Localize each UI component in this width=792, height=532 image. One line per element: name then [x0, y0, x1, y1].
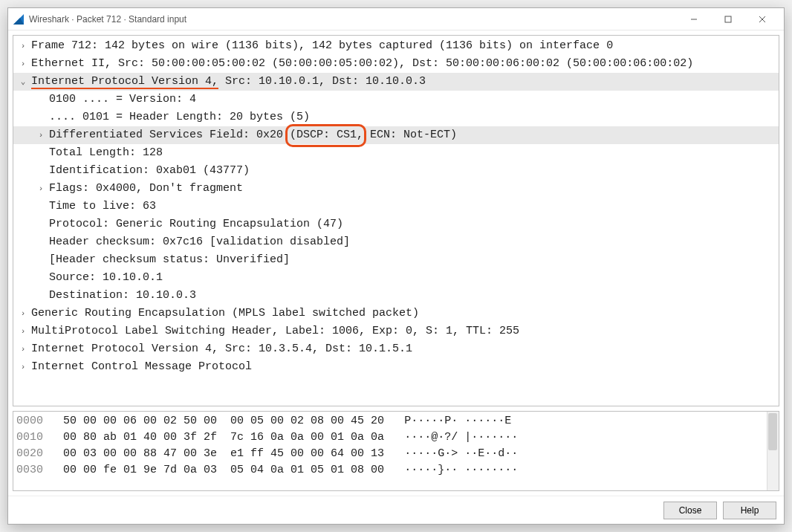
hex-ascii: P·····P· ······E: [404, 415, 518, 427]
tree-row-ip-totlen[interactable]: · Total Length: 128: [13, 144, 779, 162]
content-area: › Frame 712: 142 bytes on wire (1136 bit…: [8, 30, 784, 524]
tree-label: Internet Control Message Protocol: [31, 359, 252, 375]
tree-row-ethernet[interactable]: › Ethernet II, Src: 50:00:00:05:00:02 (5…: [13, 55, 779, 73]
tree-row-ip-checksum[interactable]: · Header checksum: 0x7c16 [validation di…: [13, 233, 779, 251]
tree-label: Time to live: 63: [49, 198, 156, 215]
window-controls: [677, 9, 779, 30]
hex-ascii: ····@·?/ |·······: [404, 431, 518, 444]
hex-ascii: ·····G·> ··E··d··: [404, 447, 518, 460]
expand-icon[interactable]: ›: [18, 305, 28, 322]
annotation-underline: Internet Protocol Version 4,: [31, 75, 218, 89]
tree-label: Flags: 0x4000, Don't fragment: [49, 181, 243, 197]
tree-label: Header checksum: 0x7c16 [validation disa…: [49, 234, 350, 250]
tree-row-mpls[interactable]: › MultiProtocol Label Switching Header, …: [13, 322, 779, 340]
annotation-circle: (DSCP: CS1,: [290, 127, 363, 143]
tree-row-ip-version[interactable]: · 0100 .... = Version: 4: [13, 91, 779, 108]
tree-row-ip-proto[interactable]: · Protocol: Generic Routing Encapsulatio…: [13, 215, 779, 233]
window-frame: Wireshark · Packet 712 · Standard input …: [7, 7, 785, 525]
window-title: Wireshark · Packet 712 · Standard input: [29, 14, 677, 25]
hex-ascii: ·····}·· ········: [404, 464, 518, 476]
scrollbar[interactable]: [767, 412, 779, 490]
hex-offset: 0020: [16, 447, 43, 460]
tree-row-ip-dsfield[interactable]: › Differentiated Services Field: 0x20 (D…: [13, 126, 779, 144]
help-button[interactable]: Help: [723, 502, 776, 519]
tree-label: [Header checksum status: Unverified]: [49, 252, 290, 268]
tree-label: Source: 10.10.0.1: [49, 270, 163, 286]
maximize-button[interactable]: [711, 9, 745, 30]
hex-row[interactable]: 0000 50 00 00 06 00 02 50 00 00 05 00 02…: [16, 413, 776, 429]
hex-row[interactable]: 0020 00 03 00 00 88 47 00 3e e1 ff 45 00…: [16, 446, 776, 462]
tree-row-ipv4-outer[interactable]: ⌄ Internet Protocol Version 4, Src: 10.1…: [13, 73, 779, 91]
tree-label: Identification: 0xab01 (43777): [49, 163, 250, 179]
hex-bytes: 00 80 ab 01 40 00 3f 2f 7c 16 0a 0a 00 0…: [63, 431, 384, 444]
tree-row-gre[interactable]: › Generic Routing Encapsulation (MPLS la…: [13, 305, 779, 322]
hex-row[interactable]: 0010 00 80 ab 01 40 00 3f 2f 7c 16 0a 0a…: [16, 429, 776, 446]
expand-icon[interactable]: ›: [18, 38, 28, 54]
tree-row-icmp[interactable]: › Internet Control Message Protocol: [13, 358, 779, 376]
tree-label: MultiProtocol Label Switching Header, La…: [31, 323, 519, 340]
hex-offset: 0030: [16, 464, 43, 476]
tree-label: Internet Protocol Version 4, Src: 10.3.5…: [31, 341, 412, 357]
tree-label: Generic Routing Encapsulation (MPLS labe…: [31, 305, 419, 322]
hex-bytes: 50 00 00 06 00 02 50 00 00 05 00 02 08 0…: [63, 415, 384, 427]
hex-bytes: 00 03 00 00 88 47 00 3e e1 ff 45 00 00 6…: [63, 447, 384, 460]
hex-bytes: 00 00 fe 01 9e 7d 0a 03 05 04 0a 01 05 0…: [63, 464, 384, 476]
expand-icon[interactable]: ›: [18, 323, 28, 340]
tree-label: Ethernet II, Src: 50:00:00:05:00:02 (50:…: [31, 56, 693, 72]
tree-row-frame[interactable]: › Frame 712: 142 bytes on wire (1136 bit…: [13, 37, 779, 55]
expand-icon[interactable]: ›: [36, 127, 46, 143]
expand-icon[interactable]: ›: [18, 56, 28, 72]
tree-label: Total Length: 128: [49, 145, 163, 161]
tree-row-ipv4-inner[interactable]: › Internet Protocol Version 4, Src: 10.3…: [13, 340, 779, 358]
tree-row-ip-id[interactable]: · Identification: 0xab01 (43777): [13, 162, 779, 180]
tree-label: Differentiated Services Field: 0x20 (DSC…: [49, 127, 457, 143]
hex-row[interactable]: 0030 00 00 fe 01 9e 7d 0a 03 05 04 0a 01…: [16, 462, 776, 479]
titlebar[interactable]: Wireshark · Packet 712 · Standard input: [8, 8, 784, 30]
svg-rect-3: [725, 16, 731, 22]
hex-offset: 0010: [16, 431, 43, 444]
tree-row-ip-flags[interactable]: › Flags: 0x4000, Don't fragment: [13, 180, 779, 198]
collapse-icon[interactable]: ⌄: [18, 74, 28, 90]
expand-icon[interactable]: ›: [18, 341, 28, 357]
window-close-button[interactable]: [745, 9, 779, 30]
packet-bytes-pane[interactable]: 0000 50 00 00 06 00 02 50 00 00 05 00 02…: [13, 411, 779, 491]
expand-icon[interactable]: ›: [18, 359, 28, 375]
tree-label: Protocol: Generic Routing Encapsulation …: [49, 216, 343, 233]
scrollbar-thumb[interactable]: [768, 413, 777, 450]
hex-offset: 0000: [16, 415, 43, 427]
tree-label: .... 0101 = Header Length: 20 bytes (5): [49, 109, 310, 126]
tree-label: Internet Protocol Version 4, Src: 10.10.…: [31, 74, 426, 90]
dialog-button-bar: Close Help: [8, 496, 784, 524]
packet-details-tree[interactable]: › Frame 712: 142 bytes on wire (1136 bit…: [13, 35, 779, 406]
minimize-button[interactable]: [677, 9, 711, 30]
close-button[interactable]: Close: [663, 502, 717, 519]
expand-icon[interactable]: ›: [36, 181, 46, 197]
tree-label: Frame 712: 142 bytes on wire (1136 bits)…: [31, 38, 613, 54]
tree-row-ip-headerlen[interactable]: · .... 0101 = Header Length: 20 bytes (5…: [13, 108, 779, 126]
tree-row-ip-src[interactable]: · Source: 10.10.0.1: [13, 269, 779, 287]
tree-row-ip-dst[interactable]: · Destination: 10.10.0.3: [13, 287, 779, 305]
wireshark-icon: [13, 13, 25, 25]
tree-label: 0100 .... = Version: 4: [49, 91, 196, 108]
tree-label: Destination: 10.10.0.3: [49, 288, 196, 304]
tree-row-ip-checksum-status[interactable]: · [Header checksum status: Unverified]: [13, 251, 779, 269]
tree-row-ip-ttl[interactable]: · Time to live: 63: [13, 198, 779, 215]
